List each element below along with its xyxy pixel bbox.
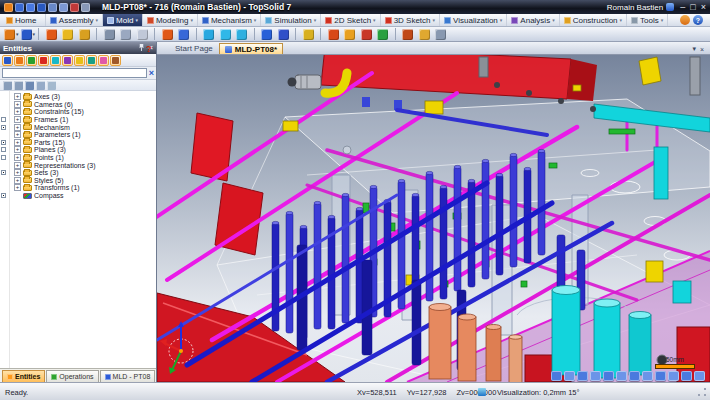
visualization-icon[interactable] <box>478 388 486 396</box>
view-right-icon[interactable] <box>655 371 666 381</box>
expand-icon[interactable]: + <box>14 124 21 131</box>
tree-item-checkbox[interactable] <box>1 147 6 152</box>
expand-icon[interactable]: + <box>14 108 21 115</box>
resize-grip[interactable] <box>696 386 708 398</box>
entities-help-icon[interactable]: ? <box>146 44 154 54</box>
view-iso-icon[interactable] <box>681 371 692 381</box>
filter-surfaces-icon[interactable] <box>86 55 97 66</box>
tab-visualization[interactable]: Visualization ▾ <box>440 14 507 26</box>
tree-item-checkbox[interactable] <box>1 117 6 122</box>
filter-axes-icon[interactable] <box>50 55 61 66</box>
view-front-icon[interactable] <box>616 371 627 381</box>
expand-icon[interactable]: + <box>14 177 21 184</box>
app-logo-icon[interactable] <box>4 3 13 12</box>
filter-others-icon[interactable] <box>110 55 121 66</box>
filter-planes-icon[interactable] <box>38 55 49 66</box>
lifter-icon[interactable]: ▾ <box>343 27 360 41</box>
panel-tab-operations[interactable]: Operations <box>46 370 98 382</box>
separator[interactable]: ▾ <box>393 27 402 41</box>
close-button[interactable]: × <box>701 3 706 12</box>
view-top-icon[interactable] <box>668 371 679 381</box>
panel-tab-entities[interactable]: Entities <box>2 370 45 382</box>
entities-search-input[interactable] <box>2 68 147 78</box>
rotate-view-icon[interactable] <box>603 371 614 381</box>
render-mode-icon[interactable] <box>694 371 705 381</box>
sort-icon[interactable] <box>25 81 34 90</box>
tree-item[interactable]: + Transforms (1) <box>0 184 156 192</box>
chevron-down-icon[interactable]: ▾ <box>135 17 138 23</box>
tab-mold[interactable]: Mold ▾ <box>103 14 143 26</box>
chevron-down-icon[interactable]: ▾ <box>433 17 436 23</box>
separator[interactable]: ▾ <box>293 27 302 41</box>
separator[interactable]: ▾ <box>36 27 45 41</box>
refresh-icon[interactable] <box>81 3 90 12</box>
zoom-all-icon[interactable] <box>551 371 562 381</box>
tab-2d-sketch[interactable]: 2D Sketch ▾ <box>321 14 380 26</box>
chevron-down-icon[interactable]: ▾ <box>552 17 555 23</box>
runner-icon[interactable]: ▾ <box>376 27 393 41</box>
tab-simulation[interactable]: Simulation ▾ <box>261 14 321 26</box>
chevron-down-icon[interactable]: ▾ <box>314 17 317 23</box>
zoom-window-icon[interactable] <box>564 371 575 381</box>
chevron-down-icon[interactable]: ▾ <box>661 17 664 23</box>
separator[interactable]: ▾ <box>94 27 103 41</box>
undo-icon[interactable] <box>48 3 57 12</box>
channel-plug-icon[interactable]: ▾ <box>235 27 252 41</box>
filter-curves-icon[interactable] <box>74 55 85 66</box>
3d-scene[interactable]: 50mm <box>157 55 710 382</box>
panel-tab-mld-pt08[interactable]: MLD - PT08 <box>100 370 156 382</box>
chevron-down-icon[interactable]: ▾ <box>373 17 376 23</box>
close-document-icon[interactable]: × <box>700 46 704 53</box>
expand-icon[interactable]: + <box>14 154 21 161</box>
tree-item-checkbox[interactable] <box>1 193 6 198</box>
chevron-down-icon[interactable]: ▾ <box>500 17 503 23</box>
filter-sketches-icon[interactable] <box>14 55 25 66</box>
chevron-down-icon[interactable]: ▾ <box>254 17 257 23</box>
cooling-circuit-icon[interactable]: ▾ <box>161 27 178 41</box>
channel-icon[interactable]: ▾ <box>202 27 219 41</box>
filter-frames-icon[interactable] <box>26 55 37 66</box>
separator[interactable]: ▾ <box>194 27 203 41</box>
slide-icon[interactable]: ▾ <box>327 27 344 41</box>
view-back-icon[interactable] <box>629 371 640 381</box>
collapse-all-icon[interactable] <box>3 81 12 90</box>
expand-icon[interactable]: + <box>14 184 21 191</box>
expand-icon[interactable]: + <box>14 146 21 153</box>
pin-panel-icon[interactable] <box>138 43 145 54</box>
chevron-down-icon[interactable]: ▾ <box>33 31 36 37</box>
expand-all-icon[interactable] <box>14 81 23 90</box>
tree-item-checkbox[interactable] <box>1 125 6 130</box>
fill-analysis-icon[interactable]: ▾ <box>401 27 418 41</box>
channel-drill-icon[interactable]: ▾ <box>219 27 236 41</box>
doc-tab-start-page[interactable]: Start Page <box>160 43 218 54</box>
doc-tab-mld-pt08[interactable]: MLD-PT08* <box>219 43 283 54</box>
clear-search-icon[interactable]: × <box>149 69 154 78</box>
expand-icon[interactable]: + <box>14 116 21 123</box>
mold-options-icon[interactable]: ▾ <box>434 27 451 41</box>
filter-sets-icon[interactable] <box>98 55 109 66</box>
tab-mechanism[interactable]: Mechanism ▾ <box>198 14 261 26</box>
tab-tools[interactable]: Tools ▾ <box>627 14 668 26</box>
measure-icon[interactable]: ▾ <box>103 27 120 41</box>
tab-3d-sketch[interactable]: 3D Sketch ▾ <box>381 14 440 26</box>
view-left-icon[interactable] <box>642 371 653 381</box>
separator[interactable]: ▾ <box>318 27 327 41</box>
save-icon[interactable] <box>37 3 46 12</box>
warp-analysis-icon[interactable]: ▾ <box>418 27 435 41</box>
pan-icon[interactable] <box>590 371 601 381</box>
chevron-down-icon[interactable]: ▾ <box>190 17 193 23</box>
anchor-icon[interactable]: ▾ <box>45 27 62 41</box>
split-surface-icon[interactable]: ▾ <box>78 27 95 41</box>
expand-icon[interactable]: + <box>14 131 21 138</box>
separator[interactable]: ▾ <box>252 27 261 41</box>
zoom-in-out-icon[interactable] <box>577 371 588 381</box>
gate-icon[interactable]: ▾ <box>360 27 377 41</box>
tab-assembly[interactable]: Assembly ▾ <box>46 14 103 26</box>
tab-list-icon[interactable]: ▾ <box>692 45 696 53</box>
open-document-icon[interactable] <box>26 3 35 12</box>
chevron-down-icon[interactable]: ▾ <box>96 17 99 23</box>
balance-icon[interactable]: ▾ <box>119 27 136 41</box>
ejector-icon[interactable]: ▾ <box>260 27 277 41</box>
chevron-down-icon[interactable]: ▾ <box>16 31 19 37</box>
tree-item-checkbox[interactable] <box>1 170 6 175</box>
